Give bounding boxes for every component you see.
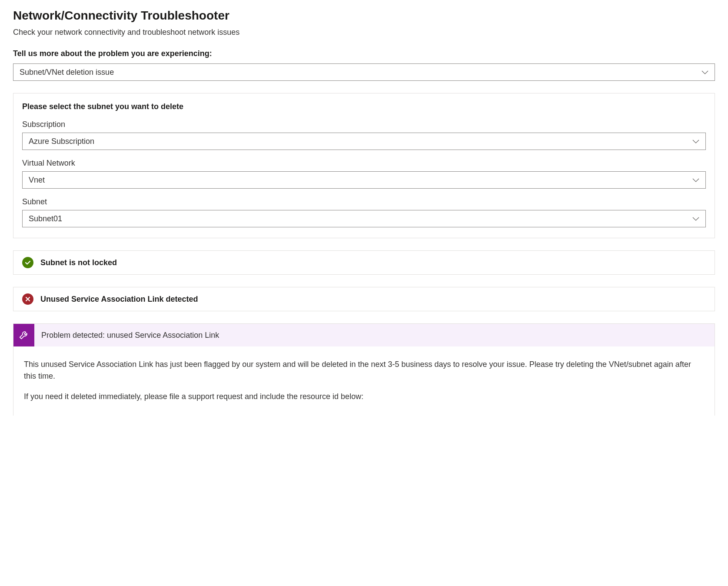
status-unused-sal: Unused Service Association Link detected <box>13 287 715 311</box>
problem-detected-title: Problem detected: unused Service Associa… <box>41 331 225 340</box>
virtual-network-label: Virtual Network <box>22 159 706 168</box>
subnet-selection-card: Please select the subnet you want to del… <box>13 93 715 238</box>
status-not-locked-text: Subnet is not locked <box>40 258 117 267</box>
error-x-icon <box>22 293 33 305</box>
problem-dropdown[interactable]: Subnet/VNet deletion issue <box>13 63 715 81</box>
wrench-icon-box <box>13 324 34 346</box>
chevron-down-icon <box>692 214 699 223</box>
status-unused-sal-text: Unused Service Association Link detected <box>40 295 198 304</box>
page-subtitle: Check your network connectivity and trou… <box>13 28 715 37</box>
problem-detected-header: Problem detected: unused Service Associa… <box>13 323 715 346</box>
problem-detected-text-1: This unused Service Association Link has… <box>24 359 704 382</box>
chevron-down-icon <box>692 176 699 185</box>
subnet-dropdown[interactable]: Subnet01 <box>22 210 706 227</box>
problem-detected-body: This unused Service Association Link has… <box>13 346 715 416</box>
subscription-dropdown[interactable]: Azure Subscription <box>22 133 706 150</box>
problem-detected-text-2: If you need it deleted immediately, plea… <box>24 391 704 403</box>
success-check-icon <box>22 257 33 268</box>
virtual-network-dropdown-value: Vnet <box>29 176 45 185</box>
problem-dropdown-value: Subnet/VNet deletion issue <box>20 68 114 77</box>
subscription-dropdown-value: Azure Subscription <box>29 137 94 146</box>
wrench-icon <box>18 329 30 342</box>
subnet-dropdown-value: Subnet01 <box>29 214 62 223</box>
subscription-label: Subscription <box>22 120 706 129</box>
page-title: Network/Connectivity Troubleshooter <box>13 9 715 23</box>
problem-section-label: Tell us more about the problem you are e… <box>13 49 715 58</box>
chevron-down-icon <box>701 68 708 77</box>
virtual-network-dropdown[interactable]: Vnet <box>22 171 706 189</box>
subnet-card-title: Please select the subnet you want to del… <box>22 102 706 111</box>
subnet-label: Subnet <box>22 197 706 206</box>
status-not-locked: Subnet is not locked <box>13 250 715 275</box>
chevron-down-icon <box>692 137 699 146</box>
